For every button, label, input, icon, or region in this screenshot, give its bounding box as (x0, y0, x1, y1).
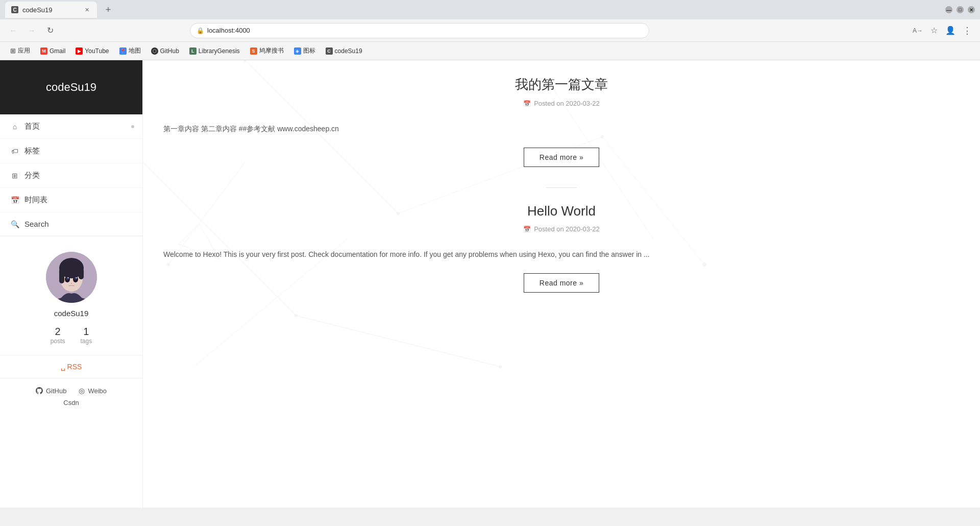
menu-button[interactable]: ⋮ (960, 23, 974, 38)
timeline-icon: 📅 (10, 196, 19, 204)
bookmark-librarygen-label: LibraryGenesis (199, 47, 240, 55)
bookmark-star-button[interactable]: ☆ (927, 23, 941, 38)
tab-close-button[interactable]: ✕ (83, 6, 91, 14)
librarygen-favicon: L (189, 47, 197, 55)
profile-button[interactable]: 👤 (943, 23, 958, 38)
social-row-2: Csdn (63, 399, 79, 407)
bookmark-librarygen[interactable]: L LibraryGenesis (185, 45, 244, 57)
article-2-title: Hello World (163, 203, 960, 219)
tuku-favicon: ◈ (294, 47, 301, 55)
site-title: codeSu19 (0, 60, 142, 114)
bookmark-github-label: GitHub (160, 47, 179, 55)
search-icon: 🔍 (10, 220, 19, 228)
minimize-button[interactable]: — (945, 6, 952, 13)
sidebar-item-search-label: Search (24, 220, 49, 228)
soushu-favicon: S (250, 47, 257, 55)
sidebar-item-timeline-label: 时间表 (24, 195, 47, 205)
page-content: codeSu19 ⌂ 首页 🏷 标签 ⊞ 分类 📅 时间表 🔍 Search (0, 60, 980, 508)
apps-icon: ⊞ (10, 47, 16, 55)
sidebar-profile: codeSu19 2 posts 1 tags (0, 236, 142, 355)
posts-count: 2 (51, 326, 65, 338)
svg-line-16 (296, 316, 500, 367)
sidebar-item-tags[interactable]: 🏷 标签 (0, 139, 142, 163)
avatar (46, 252, 97, 303)
bookmark-gmail-label: Gmail (50, 47, 65, 55)
social-weibo-link[interactable]: ◎ Weibo (79, 387, 107, 395)
bookmarks-bar: ⊞ 应用 M Gmail ▶ YouTube 📍 地图 ⬡ GitHub L L… (0, 42, 980, 60)
svg-point-10 (76, 277, 77, 278)
security-icon: 🔒 (197, 27, 204, 34)
article-2-date: Posted on 2020-03-22 (534, 225, 600, 233)
csdn-label: Csdn (63, 399, 79, 407)
bookmark-soushu[interactable]: S 鸠摩搜书 (246, 44, 288, 57)
svg-point-23 (295, 314, 298, 317)
article-2-meta: 📅 Posted on 2020-03-22 (163, 225, 960, 233)
sidebar-item-categories-label: 分类 (24, 171, 40, 180)
reload-button[interactable]: ↻ (43, 23, 57, 38)
social-csdn-link[interactable]: Csdn (63, 399, 79, 407)
article-1-meta: 📅 Posted on 2020-03-22 (163, 100, 960, 107)
bookmark-maps-label: 地图 (129, 46, 141, 55)
tag-icon: 🏷 (10, 147, 19, 155)
codesu-favicon: C (326, 47, 333, 55)
home-indicator-dot (131, 125, 134, 128)
posts-stat: 2 posts (51, 326, 65, 345)
browser-tab[interactable]: C codeSu19 ✕ (5, 2, 97, 18)
article-2-read-more-button[interactable]: Read more » (524, 273, 599, 293)
bookmark-gmail[interactable]: M Gmail (36, 45, 69, 57)
svg-point-26 (499, 365, 502, 368)
sidebar-item-home[interactable]: ⌂ 首页 (0, 114, 142, 139)
github-social-label: GitHub (46, 387, 66, 395)
translate-button[interactable]: A→ (911, 23, 925, 38)
close-window-button[interactable]: ✕ (968, 6, 975, 13)
back-button[interactable]: ← (6, 23, 20, 38)
article-1-read-more-button[interactable]: Read more » (524, 148, 599, 167)
url-text: localhost:4000 (207, 27, 250, 34)
sidebar-item-categories[interactable]: ⊞ 分类 (0, 163, 142, 188)
social-row-1: GitHub ◎ Weibo (36, 387, 107, 395)
bookmark-apps[interactable]: ⊞ 应用 (6, 44, 34, 57)
title-bar: C codeSu19 ✕ + — □ ✕ (0, 0, 980, 19)
bookmark-tuku[interactable]: ◈ 图标 (290, 44, 320, 57)
article-divider (546, 187, 577, 188)
tags-count: 1 (81, 326, 92, 338)
address-bar[interactable]: 🔒 localhost:4000 (190, 23, 649, 38)
bookmark-tuku-label: 图标 (303, 46, 315, 55)
bookmark-youtube-label: YouTube (85, 47, 109, 55)
github-icon (36, 387, 43, 394)
rss-label: RSS (67, 363, 82, 371)
sidebar-navigation: ⌂ 首页 🏷 标签 ⊞ 分类 📅 时间表 🔍 Search (0, 114, 142, 236)
nav-right-controls: A→ ☆ 👤 ⋮ (911, 23, 974, 38)
youtube-favicon: ▶ (76, 47, 83, 55)
gmail-favicon: M (40, 47, 47, 55)
profile-name: codeSu19 (54, 309, 89, 318)
bookmark-github[interactable]: ⬡ GitHub (147, 45, 183, 57)
article-2-excerpt: Welcome to Hexo! This is your very first… (163, 248, 960, 261)
bookmark-maps[interactable]: 📍 地图 (115, 44, 145, 57)
svg-point-20 (243, 60, 247, 62)
bookmark-codesu[interactable]: C codeSu19 (322, 45, 366, 57)
maximize-button[interactable]: □ (957, 6, 964, 13)
article-1-title: 我的第一篇文章 (163, 76, 960, 93)
rss-link[interactable]: ␣ RSS (10, 363, 132, 371)
bookmark-codesu-label: codeSu19 (335, 47, 362, 55)
tags-stat: 1 tags (81, 326, 92, 345)
main-content: 我的第一篇文章 📅 Posted on 2020-03-22 第一章内容 第二章… (143, 60, 980, 508)
social-github-link[interactable]: GitHub (36, 387, 66, 395)
rss-icon: ␣ (61, 363, 65, 371)
tags-label: tags (81, 338, 92, 345)
new-tab-button[interactable]: + (101, 3, 115, 17)
bookmark-youtube[interactable]: ▶ YouTube (71, 45, 113, 57)
article-1-excerpt: 第一章内容 第二章内容 ##参考文献 www.codesheep.cn (163, 123, 960, 135)
sidebar-item-timeline[interactable]: 📅 时间表 (0, 188, 142, 212)
bookmark-apps-label: 应用 (18, 46, 30, 55)
tab-favicon: C (11, 6, 18, 13)
categories-icon: ⊞ (10, 172, 19, 180)
bookmark-soushu-label: 鸠摩搜书 (259, 46, 284, 55)
sidebar-item-search[interactable]: 🔍 Search (0, 212, 142, 236)
article-1: 我的第一篇文章 📅 Posted on 2020-03-22 第一章内容 第二章… (163, 76, 960, 167)
browser-window: C codeSu19 ✕ + — □ ✕ ← → ↻ 🔒 localhost:4… (0, 0, 980, 60)
forward-button[interactable]: → (24, 23, 39, 38)
article-2: Hello World 📅 Posted on 2020-03-22 Welco… (163, 203, 960, 293)
maps-favicon: 📍 (119, 47, 127, 55)
